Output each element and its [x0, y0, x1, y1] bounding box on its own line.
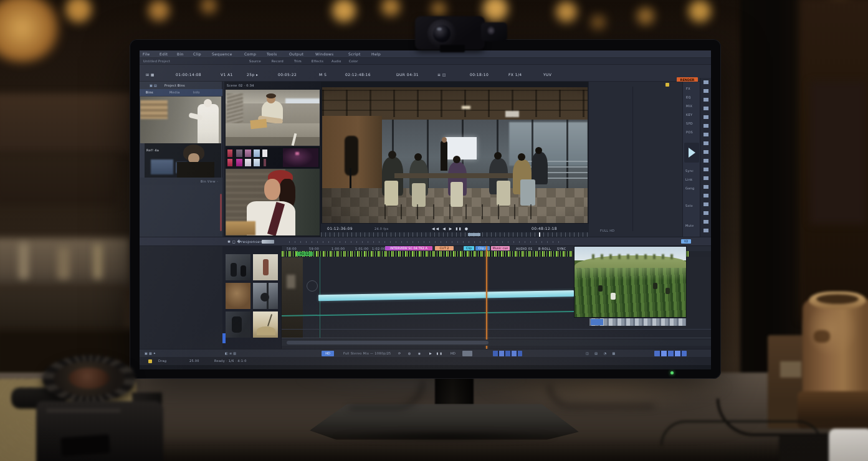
menu-item[interactable]: Sequence: [212, 52, 232, 57]
menu-item[interactable]: File: [143, 52, 150, 57]
ruler-playhead[interactable]: [539, 232, 540, 237]
mound: [257, 326, 275, 335]
ruler-tick-label: 58:00: [287, 247, 297, 251]
menu-item[interactable]: Bin: [177, 52, 184, 57]
power-led: [670, 371, 674, 374]
bin-tab[interactable]: Bins: [146, 90, 153, 95]
inspector-row[interactable]: EQ: [686, 95, 691, 100]
inspector-lower-row[interactable]: Sync: [685, 169, 694, 173]
toolbar-group[interactable]: DUR 04:31: [396, 72, 419, 77]
video-clip-bar[interactable]: [318, 290, 574, 301]
toolbar-group[interactable]: M S: [319, 72, 327, 77]
playback-icons[interactable]: ▶ ▮▮: [429, 351, 444, 356]
blue-segment-group[interactable]: [654, 351, 687, 356]
menu-item[interactable]: Clip: [193, 52, 201, 57]
storyboard-thumb[interactable]: [253, 254, 278, 280]
play-button[interactable]: [684, 143, 699, 163]
inspector-row[interactable]: SPD: [686, 121, 693, 126]
toolbar-group[interactable]: YUV: [543, 72, 551, 77]
storyboard-thumb[interactable]: [226, 311, 250, 338]
marker-chip-pink[interactable]: Music cue: [491, 246, 510, 250]
toolbar-group[interactable]: ⊞ ▦: [146, 72, 155, 77]
inspector-row[interactable]: KEY: [686, 113, 692, 117]
vignette: [322, 87, 588, 223]
program-video[interactable]: [322, 87, 588, 223]
source-colorbin[interactable]: [226, 147, 320, 168]
storyboard-thumb[interactable]: [253, 283, 278, 309]
blue-segment-group[interactable]: [493, 351, 522, 356]
inspector-row[interactable]: FX: [686, 87, 690, 91]
inspector-lower-row[interactable]: Link: [685, 178, 692, 182]
bin-empty-area[interactable]: [140, 185, 222, 237]
harvester: [598, 285, 603, 292]
bin-clip-thumbnail-editor[interactable]: Ref! 4a: [145, 143, 221, 178]
switcher-box[interactable]: [462, 351, 472, 356]
toolbar-group[interactable]: FX 1/4: [508, 72, 522, 77]
menu-item[interactable]: Tools: [267, 52, 277, 57]
hill-trees: [592, 254, 673, 259]
program-timecode-left: 01:12:36:09: [327, 226, 353, 231]
vineyard-preview[interactable]: [574, 246, 687, 318]
woman-face: [264, 179, 280, 200]
inspector-row[interactable]: POS: [686, 130, 693, 135]
toolbar-group[interactable]: 25p ▸: [247, 72, 258, 77]
transport-controls[interactable]: ◀◀ ◀ ▶ ▮▮ ●: [432, 226, 469, 231]
marker-chip-blue[interactable]: Clip 4: [475, 246, 490, 250]
inspector-lower-row[interactable]: Mute: [685, 224, 694, 228]
toolset-tab[interactable]: Trim: [294, 59, 302, 64]
source-thumbnail-baker-woman[interactable]: [226, 169, 320, 235]
toolset-tab[interactable]: Source: [249, 59, 261, 64]
storyboard-thumb[interactable]: [253, 311, 278, 338]
menu-item[interactable]: Help: [371, 52, 381, 57]
left-tool-icons[interactable]: ◧ ≋ ▥: [225, 351, 236, 356]
toolbar-group[interactable]: ≡ ◫: [437, 72, 446, 77]
bin-clip-thumbnail-bakery[interactable]: [140, 97, 221, 143]
filmstrip-bar[interactable]: [589, 318, 686, 326]
bin-tab[interactable]: Info: [193, 90, 200, 95]
scroll-handle[interactable]: [287, 341, 489, 345]
toolset-tab[interactable]: Color: [349, 59, 358, 64]
toolset-tab[interactable]: Effects: [312, 59, 323, 64]
menu-item[interactable]: Windows: [315, 52, 334, 57]
inspector-row[interactable]: MIX: [686, 104, 692, 108]
audio-track-chip[interactable]: A1-12: [297, 252, 313, 256]
menu-item[interactable]: Edit: [160, 52, 168, 57]
menu-item[interactable]: Script: [348, 52, 361, 57]
color-chip: [254, 159, 260, 166]
clip-head-thumbnail[interactable]: [282, 257, 303, 338]
selected-mode-chip[interactable]: HD: [322, 351, 334, 356]
marker-chip-purple[interactable]: INTERVIEW SC 04 TK2 A: [385, 246, 432, 250]
timeline-view-chip[interactable]: V2: [681, 239, 691, 244]
zoom-bar[interactable]: [262, 240, 274, 244]
colorbin-scene-spark: [295, 152, 299, 155]
program-position-ruler[interactable]: [321, 232, 589, 237]
toolbar-group[interactable]: V1 A1: [221, 72, 233, 77]
bottom-toolbar: ▣ ▦ ✦ ◧ ≋ ▥ HD Full Stereo Mix — 1080p/2…: [140, 349, 711, 357]
status-rate: 25.00: [189, 359, 199, 363]
audio-clip-line[interactable]: [282, 311, 574, 316]
color-chip: [236, 150, 242, 157]
storyboard-thumb[interactable]: [226, 283, 250, 309]
media-icons[interactable]: ⟳ ◍ ◉: [398, 351, 424, 356]
timeline-panel: 58:00 59:00 1:00:00 1:01:00 1:02:00 INTE…: [140, 246, 711, 349]
marker-chip-salmon[interactable]: CUT 2: [435, 246, 454, 250]
inspector-lower-row[interactable]: Gang: [685, 186, 694, 191]
figure: [263, 259, 269, 275]
wall-frame: [810, 81, 866, 224]
track-divider: [282, 338, 711, 338]
timeline-playhead[interactable]: [486, 246, 487, 349]
toolset-tab[interactable]: Audio: [331, 59, 341, 64]
track-lock-chip[interactable]: [222, 333, 226, 343]
menu-item[interactable]: Comp: [244, 52, 256, 57]
inspector-lower-row[interactable]: Solo: [685, 204, 693, 208]
bin-tab[interactable]: Media: [169, 90, 180, 95]
marker-chip-cyan[interactable]: Clip: [464, 246, 474, 250]
right-tool-icons[interactable]: ◫ ▤ ◔ ▦: [586, 351, 618, 356]
source-thumbnail-workshop[interactable]: [226, 90, 320, 146]
menu-item[interactable]: Output: [289, 52, 303, 57]
storyboard-thumb[interactable]: [226, 254, 250, 280]
timeline-scrollbar[interactable]: [282, 340, 711, 346]
hand-tool-icon[interactable]: ✱ ◻ �response▭: [227, 239, 264, 244]
toolset-tab[interactable]: Record: [272, 59, 284, 64]
bin-scroll-indicator[interactable]: [220, 194, 222, 231]
